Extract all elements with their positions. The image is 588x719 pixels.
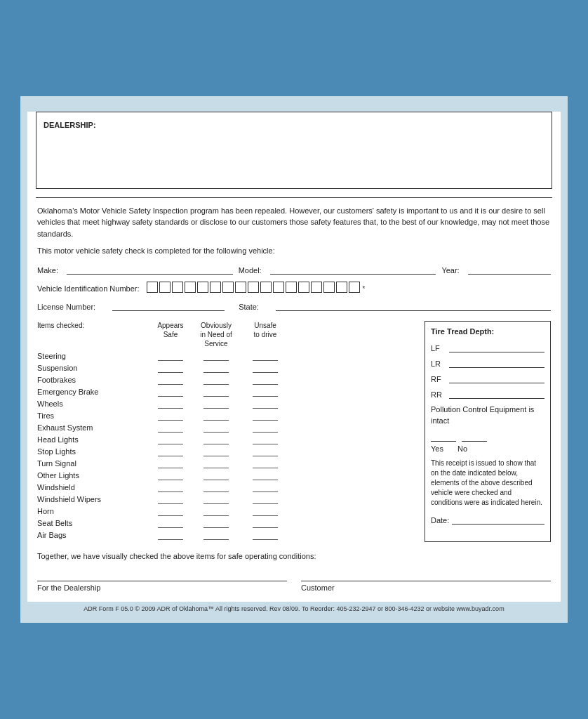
rf-label: RF xyxy=(431,375,446,383)
check-wheels-safe[interactable] xyxy=(158,399,183,409)
check-turnsignal-unsafe[interactable] xyxy=(253,459,278,468)
check-tires-safe[interactable] xyxy=(158,411,183,421)
check-stoplights-safe[interactable] xyxy=(158,447,183,456)
vin-box-2[interactable] xyxy=(159,282,171,293)
state-field[interactable] xyxy=(276,300,551,311)
check-horn-safe[interactable] xyxy=(158,506,183,516)
check-steering-unsafe[interactable] xyxy=(253,351,278,361)
check-footbrakes-unsafe[interactable] xyxy=(253,375,278,385)
check-wipers-need[interactable] xyxy=(203,494,229,504)
vin-box-17[interactable] xyxy=(349,282,360,293)
table-row: Steering xyxy=(37,351,419,361)
check-footbrakes-need[interactable] xyxy=(203,375,229,385)
check-headlights-unsafe[interactable] xyxy=(253,435,278,444)
check-stoplights-need[interactable] xyxy=(203,447,229,456)
check-otherlights-unsafe[interactable] xyxy=(253,470,278,480)
vin-box-9[interactable] xyxy=(248,282,259,293)
item-windshield: Windshield xyxy=(37,483,149,492)
customer-signature-line[interactable] xyxy=(301,570,551,581)
table-row: Suspension xyxy=(37,363,419,373)
no-line[interactable] xyxy=(462,430,487,442)
yes-line[interactable] xyxy=(431,430,456,442)
check-ebrake-unsafe[interactable] xyxy=(253,387,278,397)
vin-box-1[interactable] xyxy=(147,282,158,293)
license-label: License Number: xyxy=(37,303,95,311)
pollution-section: Pollution Control Equipment is intact xyxy=(431,404,544,426)
check-wheels-unsafe[interactable] xyxy=(253,399,278,409)
vin-box-16[interactable] xyxy=(336,282,347,293)
tire-receipt-box: Tire Tread Depth: LF LR RF RR xyxy=(425,321,551,542)
col-header-appears-safe: AppearsSafe xyxy=(149,321,192,348)
vin-box-4[interactable] xyxy=(185,282,196,293)
vin-box-6[interactable] xyxy=(210,282,221,293)
model-field[interactable] xyxy=(270,263,436,275)
make-model-year-row: Make: Model: Year: xyxy=(36,263,552,275)
check-horn-unsafe[interactable] xyxy=(253,506,278,516)
check-exhaust-need[interactable] xyxy=(203,423,229,433)
dealership-signature-line[interactable] xyxy=(37,570,287,581)
year-field[interactable] xyxy=(468,263,551,275)
lf-field[interactable] xyxy=(449,341,544,352)
item-stoplights: Stop Lights xyxy=(37,447,149,456)
vin-box-13[interactable] xyxy=(298,282,309,293)
lf-row: LF xyxy=(431,341,544,352)
check-suspension-need[interactable] xyxy=(203,363,229,373)
check-headlights-safe[interactable] xyxy=(158,435,183,444)
check-windshield-unsafe[interactable] xyxy=(253,482,278,492)
item-steering: Steering xyxy=(37,352,149,360)
table-row: Seat Belts xyxy=(37,518,419,528)
vin-box-14[interactable] xyxy=(311,282,322,293)
check-airbags-unsafe[interactable] xyxy=(253,530,278,540)
check-footbrakes-safe[interactable] xyxy=(158,375,183,385)
vin-box-11[interactable] xyxy=(273,282,284,293)
lr-label: LR xyxy=(431,360,446,368)
check-seatbelts-need[interactable] xyxy=(203,518,229,528)
date-field[interactable] xyxy=(452,513,544,525)
check-wipers-safe[interactable] xyxy=(158,494,183,504)
check-windshield-safe[interactable] xyxy=(158,482,183,492)
check-headlights-need[interactable] xyxy=(203,435,229,444)
check-seatbelts-safe[interactable] xyxy=(158,518,183,528)
check-otherlights-safe[interactable] xyxy=(158,470,183,480)
check-exhaust-safe[interactable] xyxy=(158,423,183,433)
check-stoplights-unsafe[interactable] xyxy=(253,447,278,456)
rr-row: RR xyxy=(431,388,544,399)
check-suspension-unsafe[interactable] xyxy=(253,363,278,373)
customer-signature-label: Customer xyxy=(301,583,551,592)
check-turnsignal-safe[interactable] xyxy=(158,459,183,468)
vin-box-15[interactable] xyxy=(323,282,335,293)
rf-field[interactable] xyxy=(449,372,544,383)
check-steering-need[interactable] xyxy=(203,351,229,361)
vin-box-3[interactable] xyxy=(172,282,183,293)
check-seatbelts-unsafe[interactable] xyxy=(253,518,278,528)
vin-box-12[interactable] xyxy=(286,282,297,293)
check-airbags-need[interactable] xyxy=(203,530,229,540)
check-wipers-unsafe[interactable] xyxy=(253,494,278,504)
table-row: Wheels xyxy=(37,399,419,409)
check-horn-need[interactable] xyxy=(203,506,229,516)
col-header-unsafe: Unsafeto drive xyxy=(241,321,290,348)
check-suspension-safe[interactable] xyxy=(158,363,183,373)
table-row: Exhaust System xyxy=(37,423,419,433)
check-windshield-need[interactable] xyxy=(203,482,229,492)
yes-no-labels: Yes No xyxy=(431,444,544,453)
vin-box-10[interactable] xyxy=(260,282,272,293)
check-otherlights-need[interactable] xyxy=(203,470,229,480)
make-field[interactable] xyxy=(67,263,233,275)
check-exhaust-unsafe[interactable] xyxy=(253,423,278,433)
vin-box-7[interactable] xyxy=(222,282,234,293)
check-tires-unsafe[interactable] xyxy=(253,411,278,421)
vin-box-5[interactable] xyxy=(197,282,208,293)
check-ebrake-need[interactable] xyxy=(203,387,229,397)
item-turnsignal: Turn Signal xyxy=(37,459,149,468)
check-airbags-safe[interactable] xyxy=(158,530,183,540)
rr-field[interactable] xyxy=(449,388,544,399)
license-field[interactable] xyxy=(112,300,225,311)
check-steering-safe[interactable] xyxy=(158,351,183,361)
check-ebrake-safe[interactable] xyxy=(158,387,183,397)
lr-field[interactable] xyxy=(449,357,544,368)
check-turnsignal-need[interactable] xyxy=(203,459,229,468)
vin-box-8[interactable] xyxy=(235,282,246,293)
check-tires-need[interactable] xyxy=(203,411,229,421)
check-wheels-need[interactable] xyxy=(203,399,229,409)
